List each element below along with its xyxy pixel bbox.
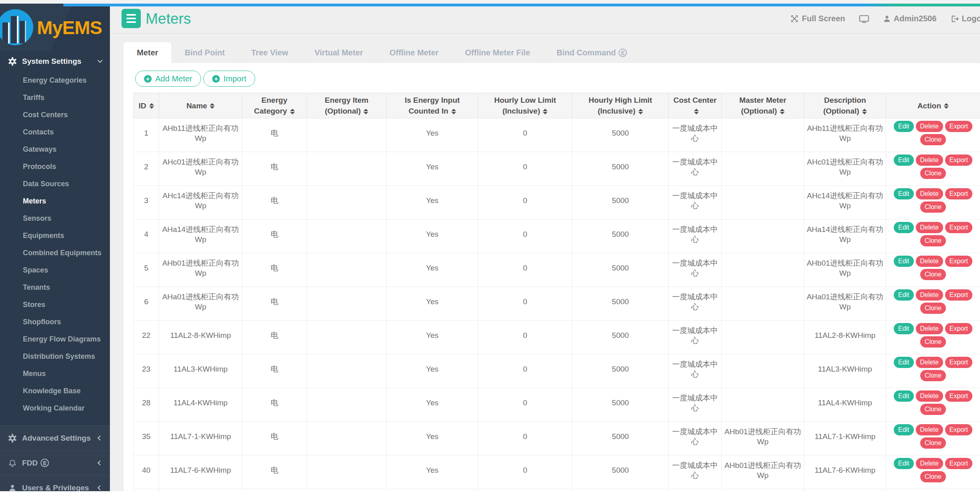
column-header-is-energy-input-counted-in[interactable]: Is Energy Input Counted In bbox=[387, 93, 478, 118]
clone-button[interactable]: Clone bbox=[920, 370, 946, 381]
sidebar-item-energy-flow-diagrams[interactable]: Energy Flow Diagrams bbox=[0, 331, 110, 348]
logout-button[interactable]: Logout bbox=[950, 14, 980, 23]
column-header-cost-center[interactable]: Cost Center bbox=[669, 93, 722, 118]
tab-meter[interactable]: Meter bbox=[124, 42, 171, 63]
sidebar-item-gateways[interactable]: Gateways bbox=[0, 141, 110, 158]
tab-offline-meter-file[interactable]: Offline Meter File bbox=[452, 42, 543, 63]
export-button[interactable]: Export bbox=[945, 458, 972, 469]
sidebar-item-combined-equipments[interactable]: Combined Equipments bbox=[0, 244, 110, 262]
tab-bind-point[interactable]: Bind Point bbox=[171, 42, 238, 63]
delete-button[interactable]: Delete bbox=[916, 155, 943, 166]
edit-button[interactable]: Edit bbox=[894, 357, 914, 368]
edit-button[interactable]: Edit bbox=[894, 458, 914, 469]
cell-high-limit: 5000 bbox=[572, 455, 669, 489]
sidebar-item-protocols[interactable]: Protocols bbox=[0, 158, 110, 175]
export-button[interactable]: Export bbox=[945, 390, 972, 402]
delete-button[interactable]: Delete bbox=[916, 390, 943, 402]
export-button[interactable]: Export bbox=[945, 121, 972, 132]
sidebar-item-stores[interactable]: Stores bbox=[0, 296, 110, 313]
cell-master-meter: AHb01进线柜正向有功Wp bbox=[722, 455, 804, 489]
export-button[interactable]: Export bbox=[945, 424, 972, 435]
sidebar-section-advanced-settings[interactable]: Advanced Settings bbox=[0, 425, 110, 450]
sort-icon bbox=[149, 103, 154, 109]
sidebar-item-equipments[interactable]: Equipments bbox=[0, 227, 110, 244]
tab-virtual-meter[interactable]: Virtual Meter bbox=[301, 42, 376, 63]
clone-button[interactable]: Clone bbox=[920, 168, 946, 179]
export-button[interactable]: Export bbox=[945, 357, 972, 368]
export-button[interactable]: Export bbox=[945, 289, 972, 301]
column-header-hourly-low-limit-inclusive[interactable]: Hourly Low Limit (Inclusive) bbox=[478, 93, 572, 118]
column-header-id[interactable]: ID bbox=[134, 93, 159, 118]
sidebar-toggle-button[interactable] bbox=[122, 9, 141, 28]
edit-button[interactable]: Edit bbox=[894, 424, 914, 435]
export-button[interactable]: Export bbox=[945, 222, 972, 233]
edit-button[interactable]: Edit bbox=[894, 155, 914, 166]
edit-button[interactable]: Edit bbox=[894, 289, 914, 301]
delete-button[interactable]: Delete bbox=[916, 357, 943, 368]
column-header-energy-item-optional[interactable]: Energy Item (Optional) bbox=[307, 93, 387, 118]
tab-offline-meter[interactable]: Offline Meter bbox=[376, 42, 452, 63]
export-button[interactable]: Export bbox=[945, 256, 972, 267]
delete-button[interactable]: Delete bbox=[916, 188, 943, 199]
sidebar-item-cost-centers[interactable]: Cost Centers bbox=[0, 106, 110, 124]
sidebar-item-spaces[interactable]: Spaces bbox=[0, 262, 110, 279]
clone-button[interactable]: Clone bbox=[920, 201, 946, 213]
sidebar-item-data-sources[interactable]: Data Sources bbox=[0, 175, 110, 193]
table-row: 2AHc01进线柜正向有功Wp电Yes05000一度城成本中心AHc01进线柜正… bbox=[134, 152, 980, 186]
sidebar-item-shopfloors[interactable]: Shopfloors bbox=[0, 313, 110, 331]
delete-button[interactable]: Delete bbox=[916, 222, 943, 233]
add-meter-button[interactable]: + Add Meter bbox=[135, 71, 201, 87]
export-button[interactable]: Export bbox=[945, 155, 972, 166]
clone-button[interactable]: Clone bbox=[920, 134, 946, 145]
delete-button[interactable]: Delete bbox=[916, 121, 943, 132]
tab-tree-view[interactable]: Tree View bbox=[238, 42, 301, 63]
column-header-energy-category[interactable]: Energy Category bbox=[242, 93, 307, 118]
column-header-master-meter-optional[interactable]: Master Meter (Optional) bbox=[722, 93, 804, 118]
clone-button[interactable]: Clone bbox=[920, 437, 946, 449]
delete-button[interactable]: Delete bbox=[916, 289, 943, 301]
sidebar-item-tariffs[interactable]: Tariffs bbox=[0, 89, 110, 106]
tab-bind-command[interactable]: Bind CommandE bbox=[544, 42, 641, 63]
edit-button[interactable]: Edit bbox=[894, 121, 914, 132]
export-button[interactable]: Export bbox=[945, 188, 972, 199]
delete-button[interactable]: Delete bbox=[916, 256, 943, 267]
import-button[interactable]: + Import bbox=[203, 71, 255, 87]
user-menu[interactable]: Admin2506 bbox=[883, 14, 937, 23]
delete-button[interactable]: Delete bbox=[916, 424, 943, 435]
sidebar-section-fdd[interactable]: FDD E bbox=[0, 450, 110, 475]
cell-counted-in: Yes bbox=[387, 422, 478, 455]
sidebar-section-users-privileges[interactable]: Users & Privileges bbox=[0, 475, 110, 491]
column-header-name[interactable]: Name bbox=[159, 93, 242, 118]
column-header-description-optional[interactable]: Description (Optional) bbox=[804, 93, 886, 118]
sidebar-item-distribution-systems[interactable]: Distribution Systems bbox=[0, 348, 110, 365]
edit-button[interactable]: Edit bbox=[894, 256, 914, 267]
sidebar-item-meters[interactable]: Meters bbox=[0, 193, 110, 210]
cell-energy-category: 电 bbox=[242, 220, 307, 253]
clone-button[interactable]: Clone bbox=[920, 471, 946, 482]
clone-button[interactable]: Clone bbox=[920, 269, 946, 280]
column-header-hourly-high-limit-inclusive[interactable]: Hourly High Limit (Inclusive) bbox=[572, 93, 669, 118]
sidebar-item-menus[interactable]: Menus bbox=[0, 365, 110, 382]
clone-button[interactable]: Clone bbox=[920, 404, 946, 415]
sidebar-item-energy-categories[interactable]: Energy Categories bbox=[0, 72, 110, 89]
sidebar-item-tenants[interactable]: Tenants bbox=[0, 279, 110, 296]
delete-button[interactable]: Delete bbox=[916, 458, 943, 469]
export-button[interactable]: Export bbox=[945, 323, 972, 334]
clone-button[interactable]: Clone bbox=[920, 336, 946, 348]
display-button[interactable] bbox=[859, 14, 869, 24]
delete-button[interactable]: Delete bbox=[916, 323, 943, 334]
edit-button[interactable]: Edit bbox=[894, 188, 914, 199]
sidebar-item-working-calendar[interactable]: Working Calendar bbox=[0, 400, 110, 417]
edit-button[interactable]: Edit bbox=[894, 222, 914, 233]
sidebar-item-contacts[interactable]: Contacts bbox=[0, 124, 110, 141]
sidebar-section-system-settings[interactable]: System Settings bbox=[0, 51, 110, 72]
cell-high-limit: 5000 bbox=[572, 287, 669, 321]
edit-button[interactable]: Edit bbox=[894, 390, 914, 402]
column-header-action[interactable]: Action bbox=[886, 93, 980, 118]
sidebar-item-knowledge-base[interactable]: Knowledge Base bbox=[0, 382, 110, 400]
clone-button[interactable]: Clone bbox=[920, 303, 946, 314]
edit-button[interactable]: Edit bbox=[894, 323, 914, 334]
fullscreen-button[interactable]: Full Screen bbox=[790, 14, 845, 23]
sidebar-item-sensors[interactable]: Sensors bbox=[0, 210, 110, 227]
clone-button[interactable]: Clone bbox=[920, 235, 946, 246]
